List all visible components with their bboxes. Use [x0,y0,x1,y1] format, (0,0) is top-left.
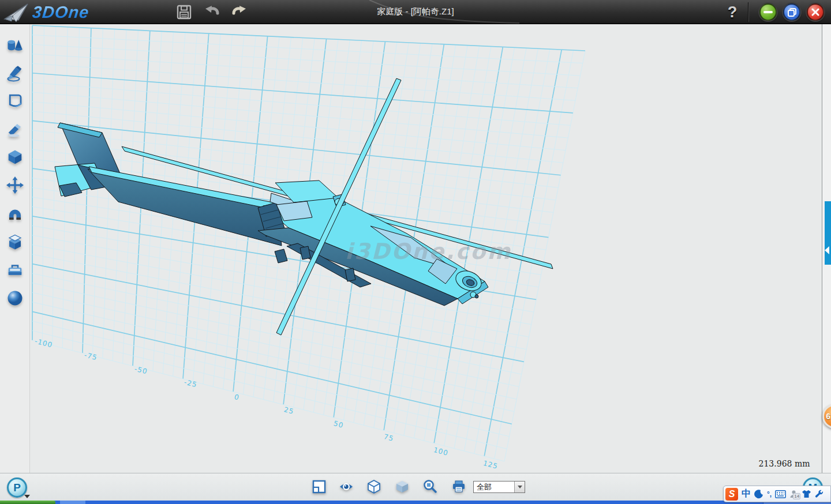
helicopter-model[interactable] [55,78,553,335]
toolbox-icon [6,261,24,279]
ime-keyboard-button[interactable] [775,490,786,498]
ime-user-button[interactable]: 14 [789,490,798,498]
print-button[interactable] [451,479,466,494]
wrench-icon [815,490,824,499]
undo-button[interactable] [204,4,220,20]
3d-viewport[interactable]: -100-75-50-250255075100125 i3DOne.com 21… [30,24,822,473]
shaded-button[interactable] [395,479,410,494]
scale-readout: 213.968 mm [748,459,821,468]
magnet-icon [6,205,24,223]
close-button[interactable] [807,3,824,21]
printer-icon [451,479,466,494]
sidebar-item-trim[interactable] [6,121,24,138]
save-icon [177,5,192,20]
left-toolbar [0,24,30,473]
wireframe-cube-icon [366,479,381,494]
dropdown-button[interactable] [514,482,525,492]
ime-skin-button[interactable] [802,490,811,498]
visibility-button[interactable] [339,479,354,494]
3done-window: 3DOne [0,0,831,504]
sidebar-item-feature[interactable] [6,149,24,166]
taskbar-item-segment [60,501,85,504]
sidebar-item-move[interactable] [6,176,24,194]
sphere-icon [6,289,24,307]
restore-icon [788,8,796,17]
chevron-left-icon [825,246,829,254]
filter-dropdown[interactable]: 全部 [473,481,525,493]
redo-button[interactable] [231,4,248,20]
ime-toolbar: S 中 °, 14 [723,486,831,502]
panel-collapse-tab[interactable] [825,201,831,265]
taskbar-start-segment [0,501,55,504]
user-level-badge: 14 [793,493,800,499]
minimize-icon [763,10,773,14]
layout-view-button[interactable] [312,479,327,494]
titlebar-toolbar [176,4,248,20]
pencil-icon [6,65,24,82]
tshirt-icon [802,490,811,498]
wireframe-button[interactable] [366,479,381,494]
ime-night-mode-button[interactable] [754,490,763,499]
titlebar-swoosh [0,0,831,24]
title-bar: 3DOne [0,0,831,24]
primitives-icon [6,37,24,54]
sidebar-item-toolbox[interactable] [6,261,24,279]
undo-icon [204,4,220,20]
paper-plane-icon [3,2,29,22]
shaded-cube-icon [395,479,410,494]
ime-settings-button[interactable] [815,490,824,499]
scene-canvas [30,24,822,473]
keyboard-icon [775,490,786,498]
sidebar-item-assembly[interactable] [6,234,24,251]
sketch-plane-icon [6,92,24,110]
titlebar-separator [748,2,748,22]
eye-icon [339,479,354,494]
sidebar-item-primitives[interactable] [6,37,24,54]
filter-dropdown-value: 全部 [474,482,514,492]
cube-icon [6,149,24,166]
taskbar-edge [0,501,831,504]
sidebar-item-constraint[interactable] [6,205,24,223]
assembly-icon [6,234,24,251]
redo-icon [231,4,248,20]
app-name: 3DOne [31,3,90,22]
p-dropdown-caret[interactable] [24,495,30,498]
minimize-button[interactable] [759,3,777,21]
help-button[interactable]: ? [723,1,742,23]
close-icon [811,8,819,16]
sogou-logo-icon[interactable]: S [725,488,738,501]
zoom-button[interactable] [423,479,438,494]
save-button[interactable] [176,4,192,20]
eraser-icon [6,121,24,138]
app-logo: 3DOne [3,2,89,22]
move-arrows-icon [6,176,24,194]
chevron-down-icon [518,486,522,488]
layout-icon [312,479,327,494]
sidebar-item-sketch[interactable] [6,65,24,82]
ime-punctuation-button[interactable]: °, [767,490,772,498]
ime-language-button[interactable]: 中 [742,488,751,500]
bottom-toolbar: P [0,473,831,501]
restore-button[interactable] [783,3,800,21]
magnifier-icon [423,479,438,494]
moon-icon [754,490,763,499]
sidebar-item-sketch-edit[interactable] [6,92,24,110]
sidebar-item-material[interactable] [6,289,24,307]
